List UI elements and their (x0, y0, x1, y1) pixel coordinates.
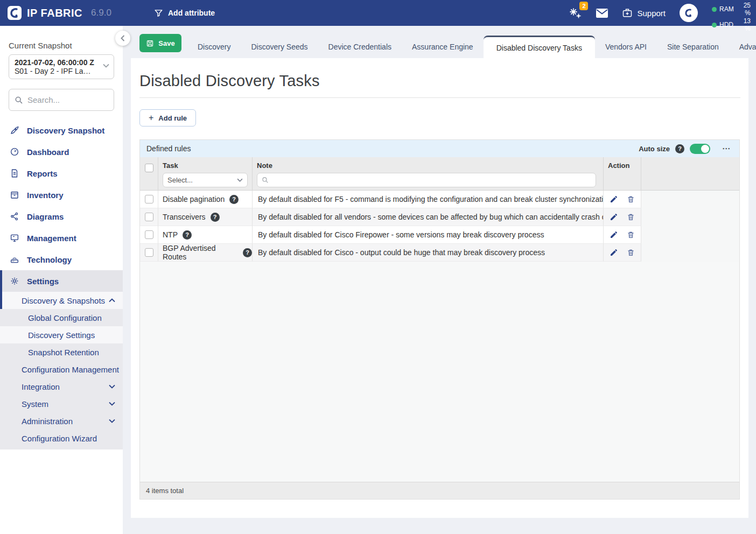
edit-icon[interactable] (610, 230, 618, 239)
add-attribute-button[interactable]: Add attribute (154, 9, 215, 18)
submenu-configuration-management[interactable]: Configuration Management (0, 361, 123, 378)
sidebar-item-management[interactable]: Management (0, 227, 123, 249)
note-filter-box[interactable] (257, 173, 596, 187)
help-icon[interactable]: ? (243, 248, 252, 257)
cpu-value: 2 % (739, 0, 751, 1)
tab-discovery-seeds[interactable]: Discovery Seeds (241, 36, 318, 58)
system-settings-button[interactable]: 2 (568, 6, 582, 19)
edit-icon[interactable] (610, 195, 618, 203)
gear-icon (10, 276, 19, 286)
table-row: NTP ? By default disabled for Cisco Fire… (140, 226, 739, 244)
router-icon (10, 255, 19, 264)
submenu-system[interactable]: System (0, 395, 123, 412)
sidebar-nav: Discovery Snapshot Dashboard Reports Inv… (0, 120, 123, 449)
edit-icon[interactable] (610, 248, 618, 257)
title-divider (139, 97, 740, 98)
network-graph-icon (10, 212, 19, 221)
notifications-badge: 2 (579, 2, 588, 10)
table-row: BGP Advertised Routes ? By default disab… (140, 244, 739, 262)
row-checkbox[interactable] (145, 195, 153, 203)
help-icon[interactable]: ? (229, 195, 239, 204)
delete-icon[interactable] (627, 213, 635, 221)
tab-assurance-engine[interactable]: Assurance Engine (402, 36, 484, 58)
auto-size-toggle[interactable] (690, 144, 710, 154)
support-button[interactable]: Support (622, 8, 666, 18)
search-icon (15, 96, 23, 104)
snapshot-select[interactable]: 2021-07-02, 06:00:00 Z S01 - Day 2 - IPF… (9, 54, 114, 79)
brand: IP FABRIC 6.9.0 (0, 6, 123, 20)
sidebar-item-dashboard[interactable]: Dashboard (0, 141, 123, 163)
row-checkbox[interactable] (145, 230, 153, 239)
delete-icon[interactable] (627, 230, 635, 239)
user-avatar[interactable] (680, 4, 698, 22)
app-version: 6.9.0 (91, 8, 111, 18)
task-name: BGP Advertised Routes (163, 244, 238, 261)
box-icon (10, 190, 19, 200)
messages-button[interactable] (596, 9, 608, 18)
add-rule-button[interactable]: + Add rule (139, 109, 196, 127)
topbar-right: 2 Support CPU 2 % (568, 0, 756, 32)
tab-discovery[interactable]: Discovery (187, 36, 241, 58)
monitor-icon (10, 233, 19, 243)
sidebar-item-technology[interactable]: Technology (0, 249, 123, 270)
tab-site-separation[interactable]: Site Separation (657, 36, 729, 58)
note-column-label: Note (257, 161, 603, 170)
tab-device-credentials[interactable]: Device Credentials (318, 36, 402, 58)
note-text: By default disabled for Cisco Firepower … (253, 226, 604, 244)
task-filter-placeholder: Select... (167, 176, 193, 184)
submenu-discovery-settings[interactable]: Discovery Settings (0, 326, 123, 343)
help-icon[interactable]: ? (183, 230, 192, 240)
hdd-stat: HDD 13 % (712, 17, 751, 32)
submenu-label: Configuration Management (22, 365, 119, 374)
delete-icon[interactable] (627, 195, 635, 203)
system-stats: CPU 2 % RAM 25 % HDD 13 % (712, 0, 751, 32)
table-menu-button[interactable]: ⋯ (720, 144, 733, 153)
help-icon[interactable]: ? (675, 144, 684, 153)
tab-advanced-cli[interactable]: Advanced CLI (729, 36, 756, 58)
tab-vendors-api[interactable]: Vendors API (595, 36, 657, 58)
sidebar-item-inventory[interactable]: Inventory (0, 184, 123, 206)
save-button[interactable]: Save (139, 34, 181, 52)
submenu-label: System (22, 399, 48, 409)
submenu-label: Snapshot Retention (28, 348, 99, 357)
submenu-label: Configuration Wizard (22, 434, 97, 443)
delete-icon[interactable] (627, 248, 635, 257)
submenu-snapshot-retention[interactable]: Snapshot Retention (0, 343, 123, 361)
floppy-save-icon (146, 39, 154, 47)
add-rule-label: Add rule (158, 114, 187, 122)
items-total-label: 4 items total (146, 487, 184, 495)
task-filter-select[interactable]: Select... (163, 173, 248, 187)
note-text: By default disabled for all vendors - so… (253, 208, 604, 226)
sidebar-item-reports[interactable]: Reports (0, 163, 123, 184)
edit-icon[interactable] (610, 213, 618, 221)
sidebar-search[interactable] (9, 89, 114, 111)
support-label: Support (637, 9, 666, 18)
sidebar-item-discovery-snapshot[interactable]: Discovery Snapshot (0, 120, 123, 141)
row-checkbox[interactable] (145, 213, 153, 221)
sidebar-item-diagrams[interactable]: Diagrams (0, 206, 123, 227)
chevron-down-icon (103, 64, 109, 68)
submenu-label: Discovery & Snapshots (22, 296, 105, 305)
search-input[interactable] (27, 95, 103, 104)
note-filter-input[interactable] (272, 176, 584, 184)
submenu-configuration-wizard[interactable]: Configuration Wizard (0, 430, 123, 447)
snapshot-date: 2021-07-02, 06:00:00 Z (15, 58, 100, 67)
chevron-down-icon (109, 419, 115, 423)
submenu-administration[interactable]: Administration (0, 412, 123, 430)
save-button-label: Save (158, 39, 174, 47)
note-text: By default disabled for F5 - command is … (253, 191, 604, 208)
submenu-integration[interactable]: Integration (0, 378, 123, 395)
select-all-checkbox[interactable] (145, 164, 153, 172)
auto-size-control: Auto size ? (639, 144, 710, 154)
submenu-global-configuration[interactable]: Global Configuration (0, 309, 123, 326)
sidebar-item-label: Dashboard (27, 147, 69, 157)
hdd-status-dot (712, 23, 717, 27)
submenu-discovery-and-snapshots[interactable]: Discovery & Snapshots (0, 292, 123, 309)
sidebar-item-label: Reports (27, 169, 58, 178)
help-icon[interactable]: ? (211, 213, 220, 222)
sidebar-collapse-button[interactable] (115, 31, 130, 46)
row-checkbox[interactable] (145, 248, 153, 257)
sidebar-item-settings[interactable]: Settings (0, 270, 123, 292)
tab-disabled-discovery-tasks[interactable]: Disabled Discovery Tasks (484, 36, 595, 58)
sidebar-item-label: Technology (27, 255, 72, 264)
